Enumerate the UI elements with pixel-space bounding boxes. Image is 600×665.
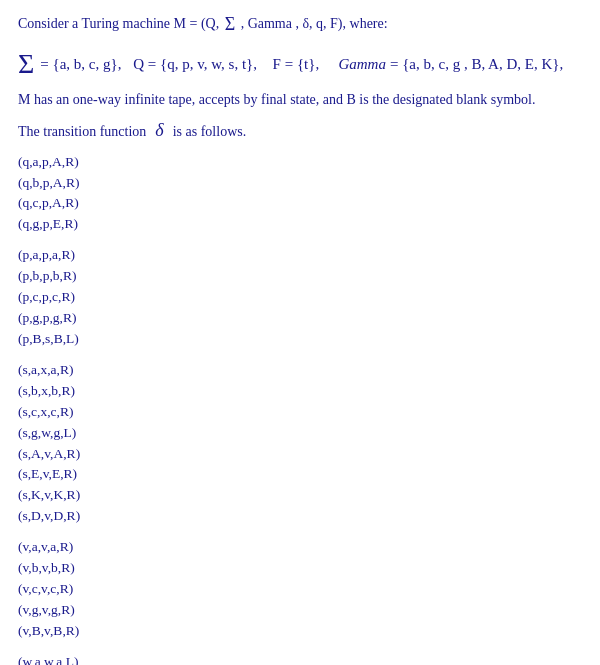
math-row: Σ = {a, b, c, g}, Q = {q, p, v, w, s, t}… xyxy=(18,49,582,79)
list-item: (p,c,p,c,R) xyxy=(18,287,582,308)
list-item: (q,a,p,A,R) xyxy=(18,152,582,173)
list-item: (s,K,v,K,R) xyxy=(18,485,582,506)
transition-intro-line: The transition function δ is as follows. xyxy=(18,121,582,143)
list-item: (p,B,s,B,L) xyxy=(18,329,582,350)
gamma-eq: = {a, b, c, g , B, A, D, E, K}, xyxy=(390,49,563,79)
list-item: (s,g,w,g,L) xyxy=(18,423,582,444)
list-item: (s,c,x,c,R) xyxy=(18,402,582,423)
list-item: (p,g,p,g,R) xyxy=(18,308,582,329)
transition-group-2: (p,a,p,a,R) (p,b,p,b,R) (p,c,p,c,R) (p,g… xyxy=(18,245,582,350)
info-text: M has an one-way infinite tape, accepts … xyxy=(18,92,535,107)
info-line: M has an one-way infinite tape, accepts … xyxy=(18,89,582,111)
header-line: Consider a Turing machine M = (Q, Σ , Ga… xyxy=(18,10,582,39)
transition-group-1: (q,a,p,A,R) (q,b,p,A,R) (q,c,p,A,R) (q,g… xyxy=(18,152,582,236)
list-item: (s,b,x,b,R) xyxy=(18,381,582,402)
list-item: (p,a,p,a,R) xyxy=(18,245,582,266)
list-item: (w,a,w,a,L) xyxy=(18,652,582,665)
transition-groups: (q,a,p,A,R) (q,b,p,A,R) (q,c,p,A,R) (q,g… xyxy=(18,152,582,665)
f-eq: F = {t}, xyxy=(273,49,320,79)
list-item: (v,B,v,B,R) xyxy=(18,621,582,642)
list-item: (s,a,x,a,R) xyxy=(18,360,582,381)
list-item: (v,a,v,a,R) xyxy=(18,537,582,558)
list-item: (q,c,p,A,R) xyxy=(18,193,582,214)
list-item: (p,b,p,b,R) xyxy=(18,266,582,287)
list-item: (s,A,v,A,R) xyxy=(18,444,582,465)
header-middle: , Gamma , δ, q, F), where: xyxy=(241,16,388,31)
list-item: (s,D,v,D,R) xyxy=(18,506,582,527)
list-item: (v,g,v,g,R) xyxy=(18,600,582,621)
sigma-inline: Σ xyxy=(225,14,235,34)
header-text: Consider a Turing machine M = (Q, xyxy=(18,16,219,31)
transition-group-4: (v,a,v,a,R) (v,b,v,b,R) (v,c,v,c,R) (v,g… xyxy=(18,537,582,642)
sigma-big-symbol: Σ xyxy=(18,50,34,78)
transition-group-5: (w,a,w,a,L) (w,b,w,b,L) (w,c,w,c,L) (w,g… xyxy=(18,652,582,665)
delta-symbol: δ xyxy=(155,121,163,139)
transition-group-3: (s,a,x,a,R) (s,b,x,b,R) (s,c,x,c,R) (s,g… xyxy=(18,360,582,527)
list-item: (v,c,v,c,R) xyxy=(18,579,582,600)
list-item: (s,E,v,E,R) xyxy=(18,464,582,485)
list-item: (q,g,p,E,R) xyxy=(18,214,582,235)
list-item: (q,b,p,A,R) xyxy=(18,173,582,194)
q-eq: Q = {q, p, v, w, s, t}, xyxy=(133,49,257,79)
gamma-label: Gamma xyxy=(338,49,386,79)
list-item: (v,b,v,b,R) xyxy=(18,558,582,579)
sigma-eq: = {a, b, c, g}, xyxy=(40,49,121,79)
